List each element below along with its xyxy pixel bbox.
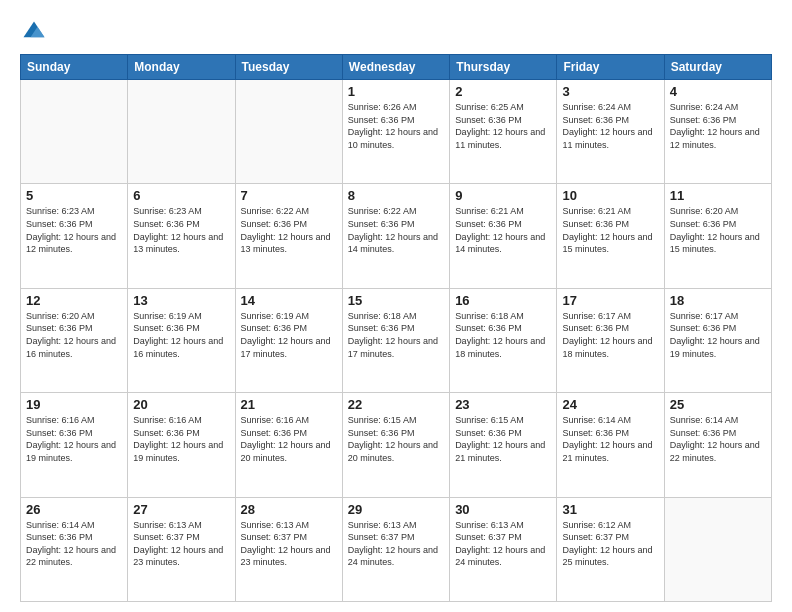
day-number: 3 xyxy=(562,84,658,99)
day-number: 15 xyxy=(348,293,444,308)
day-number: 13 xyxy=(133,293,229,308)
calendar-cell: 15Sunrise: 6:18 AM Sunset: 6:36 PM Dayli… xyxy=(342,288,449,392)
day-number: 17 xyxy=(562,293,658,308)
calendar-cell: 30Sunrise: 6:13 AM Sunset: 6:37 PM Dayli… xyxy=(450,497,557,601)
calendar-cell: 23Sunrise: 6:15 AM Sunset: 6:36 PM Dayli… xyxy=(450,393,557,497)
day-info: Sunrise: 6:22 AM Sunset: 6:36 PM Dayligh… xyxy=(348,205,444,255)
day-number: 26 xyxy=(26,502,122,517)
calendar-cell: 19Sunrise: 6:16 AM Sunset: 6:36 PM Dayli… xyxy=(21,393,128,497)
day-info: Sunrise: 6:24 AM Sunset: 6:36 PM Dayligh… xyxy=(670,101,766,151)
page: SundayMondayTuesdayWednesdayThursdayFrid… xyxy=(0,0,792,612)
day-info: Sunrise: 6:18 AM Sunset: 6:36 PM Dayligh… xyxy=(348,310,444,360)
calendar-cell: 1Sunrise: 6:26 AM Sunset: 6:36 PM Daylig… xyxy=(342,80,449,184)
day-number: 12 xyxy=(26,293,122,308)
col-header-saturday: Saturday xyxy=(664,55,771,80)
day-number: 8 xyxy=(348,188,444,203)
calendar-cell: 17Sunrise: 6:17 AM Sunset: 6:36 PM Dayli… xyxy=(557,288,664,392)
calendar-cell: 16Sunrise: 6:18 AM Sunset: 6:36 PM Dayli… xyxy=(450,288,557,392)
day-number: 21 xyxy=(241,397,337,412)
day-info: Sunrise: 6:14 AM Sunset: 6:36 PM Dayligh… xyxy=(670,414,766,464)
day-info: Sunrise: 6:13 AM Sunset: 6:37 PM Dayligh… xyxy=(133,519,229,569)
calendar-cell xyxy=(21,80,128,184)
col-header-wednesday: Wednesday xyxy=(342,55,449,80)
day-number: 24 xyxy=(562,397,658,412)
calendar-week-3: 12Sunrise: 6:20 AM Sunset: 6:36 PM Dayli… xyxy=(21,288,772,392)
col-header-tuesday: Tuesday xyxy=(235,55,342,80)
day-info: Sunrise: 6:17 AM Sunset: 6:36 PM Dayligh… xyxy=(670,310,766,360)
day-info: Sunrise: 6:14 AM Sunset: 6:36 PM Dayligh… xyxy=(562,414,658,464)
day-number: 19 xyxy=(26,397,122,412)
day-number: 1 xyxy=(348,84,444,99)
logo-icon xyxy=(20,18,48,46)
day-info: Sunrise: 6:15 AM Sunset: 6:36 PM Dayligh… xyxy=(348,414,444,464)
day-number: 6 xyxy=(133,188,229,203)
day-number: 5 xyxy=(26,188,122,203)
calendar-cell: 20Sunrise: 6:16 AM Sunset: 6:36 PM Dayli… xyxy=(128,393,235,497)
day-info: Sunrise: 6:19 AM Sunset: 6:36 PM Dayligh… xyxy=(133,310,229,360)
calendar-week-5: 26Sunrise: 6:14 AM Sunset: 6:36 PM Dayli… xyxy=(21,497,772,601)
day-info: Sunrise: 6:21 AM Sunset: 6:36 PM Dayligh… xyxy=(455,205,551,255)
day-number: 10 xyxy=(562,188,658,203)
day-number: 16 xyxy=(455,293,551,308)
col-header-monday: Monday xyxy=(128,55,235,80)
col-header-sunday: Sunday xyxy=(21,55,128,80)
calendar-cell: 4Sunrise: 6:24 AM Sunset: 6:36 PM Daylig… xyxy=(664,80,771,184)
calendar-week-4: 19Sunrise: 6:16 AM Sunset: 6:36 PM Dayli… xyxy=(21,393,772,497)
calendar-cell: 25Sunrise: 6:14 AM Sunset: 6:36 PM Dayli… xyxy=(664,393,771,497)
calendar-cell: 9Sunrise: 6:21 AM Sunset: 6:36 PM Daylig… xyxy=(450,184,557,288)
calendar-table: SundayMondayTuesdayWednesdayThursdayFrid… xyxy=(20,54,772,602)
day-number: 20 xyxy=(133,397,229,412)
calendar-cell: 31Sunrise: 6:12 AM Sunset: 6:37 PM Dayli… xyxy=(557,497,664,601)
day-info: Sunrise: 6:14 AM Sunset: 6:36 PM Dayligh… xyxy=(26,519,122,569)
header xyxy=(20,18,772,46)
day-info: Sunrise: 6:16 AM Sunset: 6:36 PM Dayligh… xyxy=(133,414,229,464)
calendar-cell: 14Sunrise: 6:19 AM Sunset: 6:36 PM Dayli… xyxy=(235,288,342,392)
calendar-cell: 11Sunrise: 6:20 AM Sunset: 6:36 PM Dayli… xyxy=(664,184,771,288)
calendar-cell: 2Sunrise: 6:25 AM Sunset: 6:36 PM Daylig… xyxy=(450,80,557,184)
calendar-cell: 3Sunrise: 6:24 AM Sunset: 6:36 PM Daylig… xyxy=(557,80,664,184)
calendar-cell: 21Sunrise: 6:16 AM Sunset: 6:36 PM Dayli… xyxy=(235,393,342,497)
logo xyxy=(20,18,52,46)
day-info: Sunrise: 6:17 AM Sunset: 6:36 PM Dayligh… xyxy=(562,310,658,360)
day-info: Sunrise: 6:21 AM Sunset: 6:36 PM Dayligh… xyxy=(562,205,658,255)
calendar-cell: 13Sunrise: 6:19 AM Sunset: 6:36 PM Dayli… xyxy=(128,288,235,392)
day-info: Sunrise: 6:24 AM Sunset: 6:36 PM Dayligh… xyxy=(562,101,658,151)
day-number: 30 xyxy=(455,502,551,517)
day-info: Sunrise: 6:16 AM Sunset: 6:36 PM Dayligh… xyxy=(241,414,337,464)
calendar-cell xyxy=(664,497,771,601)
day-info: Sunrise: 6:20 AM Sunset: 6:36 PM Dayligh… xyxy=(670,205,766,255)
day-info: Sunrise: 6:12 AM Sunset: 6:37 PM Dayligh… xyxy=(562,519,658,569)
day-number: 27 xyxy=(133,502,229,517)
calendar-cell: 8Sunrise: 6:22 AM Sunset: 6:36 PM Daylig… xyxy=(342,184,449,288)
day-info: Sunrise: 6:13 AM Sunset: 6:37 PM Dayligh… xyxy=(455,519,551,569)
day-number: 4 xyxy=(670,84,766,99)
calendar-cell xyxy=(235,80,342,184)
day-info: Sunrise: 6:20 AM Sunset: 6:36 PM Dayligh… xyxy=(26,310,122,360)
calendar-cell: 6Sunrise: 6:23 AM Sunset: 6:36 PM Daylig… xyxy=(128,184,235,288)
day-number: 2 xyxy=(455,84,551,99)
day-number: 11 xyxy=(670,188,766,203)
day-info: Sunrise: 6:22 AM Sunset: 6:36 PM Dayligh… xyxy=(241,205,337,255)
day-number: 23 xyxy=(455,397,551,412)
calendar-cell: 27Sunrise: 6:13 AM Sunset: 6:37 PM Dayli… xyxy=(128,497,235,601)
day-number: 25 xyxy=(670,397,766,412)
day-number: 14 xyxy=(241,293,337,308)
day-number: 7 xyxy=(241,188,337,203)
calendar-cell: 7Sunrise: 6:22 AM Sunset: 6:36 PM Daylig… xyxy=(235,184,342,288)
calendar-cell: 5Sunrise: 6:23 AM Sunset: 6:36 PM Daylig… xyxy=(21,184,128,288)
day-number: 29 xyxy=(348,502,444,517)
day-info: Sunrise: 6:23 AM Sunset: 6:36 PM Dayligh… xyxy=(26,205,122,255)
calendar-cell: 10Sunrise: 6:21 AM Sunset: 6:36 PM Dayli… xyxy=(557,184,664,288)
calendar-cell: 29Sunrise: 6:13 AM Sunset: 6:37 PM Dayli… xyxy=(342,497,449,601)
calendar-cell: 22Sunrise: 6:15 AM Sunset: 6:36 PM Dayli… xyxy=(342,393,449,497)
calendar-header-row: SundayMondayTuesdayWednesdayThursdayFrid… xyxy=(21,55,772,80)
day-info: Sunrise: 6:13 AM Sunset: 6:37 PM Dayligh… xyxy=(241,519,337,569)
day-number: 18 xyxy=(670,293,766,308)
col-header-thursday: Thursday xyxy=(450,55,557,80)
day-info: Sunrise: 6:16 AM Sunset: 6:36 PM Dayligh… xyxy=(26,414,122,464)
day-number: 22 xyxy=(348,397,444,412)
calendar-cell: 24Sunrise: 6:14 AM Sunset: 6:36 PM Dayli… xyxy=(557,393,664,497)
calendar-week-1: 1Sunrise: 6:26 AM Sunset: 6:36 PM Daylig… xyxy=(21,80,772,184)
calendar-week-2: 5Sunrise: 6:23 AM Sunset: 6:36 PM Daylig… xyxy=(21,184,772,288)
day-number: 31 xyxy=(562,502,658,517)
